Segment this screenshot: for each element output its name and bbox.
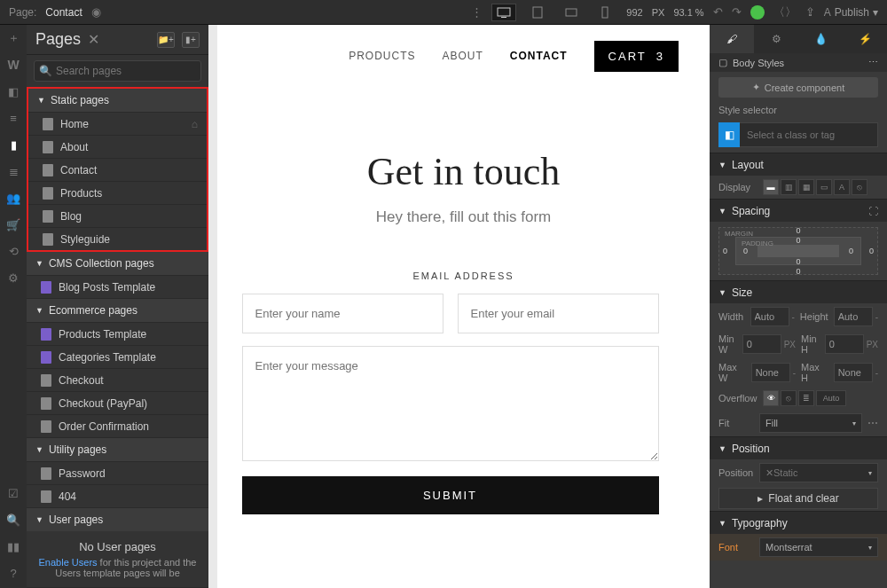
- ecommerce-icon[interactable]: 🛒: [5, 216, 21, 232]
- fit-more-icon[interactable]: ⋯: [867, 417, 878, 429]
- spacing-section-header[interactable]: ▼Spacing⛶: [710, 199, 887, 222]
- maxw-input[interactable]: [751, 363, 790, 382]
- interactions-tab-icon[interactable]: 💧: [798, 25, 843, 53]
- export-icon[interactable]: ⇪: [805, 5, 815, 19]
- message-field[interactable]: [242, 346, 659, 461]
- static-pages-header[interactable]: ▼Static pages: [28, 89, 207, 112]
- canvas[interactable]: PRODUCTS ABOUT CONTACT CART 3 Get in tou…: [208, 25, 710, 588]
- position-section-header[interactable]: ▼Position: [710, 436, 887, 459]
- page-item[interactable]: About: [28, 135, 207, 158]
- height-input[interactable]: [834, 307, 873, 326]
- maxh-input[interactable]: [834, 363, 873, 382]
- page-item[interactable]: Styleguide: [28, 227, 207, 250]
- undo-icon[interactable]: ↶: [713, 5, 723, 19]
- more-icon[interactable]: ⋯: [868, 57, 878, 68]
- selector-icon[interactable]: ◧: [718, 122, 740, 147]
- style-tab-icon[interactable]: 🖌: [710, 25, 754, 53]
- font-select[interactable]: Montserrat▾: [759, 537, 878, 557]
- device-mobile-icon[interactable]: [593, 4, 617, 21]
- settings-tab-icon[interactable]: ⚙: [754, 25, 798, 53]
- page-item[interactable]: Password: [27, 461, 208, 484]
- page-item[interactable]: Categories Template: [27, 345, 208, 368]
- create-component-button[interactable]: ✦ Create component: [718, 77, 878, 98]
- page-item[interactable]: Checkout: [27, 368, 208, 391]
- spacing-expand-icon[interactable]: ⛶: [868, 206, 878, 216]
- cart-button[interactable]: CART 3: [594, 41, 679, 72]
- spacing-editor[interactable]: MARGIN 0 0 0 0 PADDING 0 0 0 0: [718, 227, 878, 275]
- pages-icon[interactable]: ▮: [5, 137, 21, 153]
- search-input[interactable]: [34, 60, 201, 82]
- checkbox-icon[interactable]: ☑: [5, 485, 21, 501]
- nav-products[interactable]: PRODUCTS: [349, 50, 415, 62]
- new-page-button[interactable]: ▮+: [182, 32, 200, 48]
- help-icon[interactable]: ?: [5, 565, 21, 581]
- add-icon[interactable]: ＋: [5, 30, 21, 46]
- layout-section-header[interactable]: ▼Layout: [710, 153, 887, 176]
- page-item[interactable]: Checkout (PayPal): [27, 391, 208, 414]
- kebab-icon[interactable]: ⋮: [471, 5, 483, 19]
- float-clear-button[interactable]: ▸ Float and clear: [718, 488, 878, 509]
- position-select[interactable]: ✕ Static▾: [759, 463, 878, 482]
- cube-icon[interactable]: ◧: [5, 83, 21, 99]
- current-page-name[interactable]: Contact: [45, 6, 82, 19]
- overflow-visible-icon[interactable]: 👁: [763, 390, 779, 406]
- layers-icon[interactable]: ≡: [5, 110, 21, 126]
- device-desktop-icon[interactable]: [491, 4, 516, 21]
- new-folder-button[interactable]: 📁+: [157, 32, 175, 48]
- email-field[interactable]: [458, 294, 659, 333]
- minh-input[interactable]: [825, 334, 864, 354]
- users-icon[interactable]: 👥: [5, 190, 21, 206]
- ecom-pages-header[interactable]: ▼Ecommerce pages: [27, 299, 208, 322]
- assets-icon[interactable]: ⟲: [5, 243, 21, 259]
- nav-about[interactable]: ABOUT: [442, 50, 483, 62]
- page-item[interactable]: Products Template: [27, 322, 208, 345]
- video-icon[interactable]: ▮▮: [5, 538, 21, 554]
- minw-input[interactable]: [742, 334, 781, 354]
- close-icon[interactable]: ✕: [88, 31, 99, 48]
- display-inline-icon[interactable]: A: [834, 179, 850, 195]
- redo-icon[interactable]: ↷: [732, 5, 742, 19]
- name-field[interactable]: [242, 294, 444, 333]
- display-inline-block-icon[interactable]: ▭: [816, 179, 832, 195]
- eye-icon[interactable]: ◉: [91, 5, 101, 19]
- typography-section-header[interactable]: ▼Typography: [710, 511, 887, 534]
- user-pages-header[interactable]: ▼User pages: [27, 508, 208, 531]
- status-ok-icon[interactable]: [750, 5, 765, 20]
- publish-button[interactable]: APublish ▾: [824, 6, 878, 19]
- device-tablet-landscape-icon[interactable]: [559, 4, 584, 21]
- page-item[interactable]: Contact: [28, 158, 207, 181]
- overflow-auto-button[interactable]: Auto: [816, 390, 846, 406]
- search-icon[interactable]: 🔍: [5, 512, 21, 528]
- utility-pages-header[interactable]: ▼Utility pages: [27, 438, 208, 461]
- display-grid-icon[interactable]: ▦: [798, 179, 814, 195]
- display-flex-icon[interactable]: ▥: [781, 179, 797, 195]
- cms-icon[interactable]: ≣: [5, 163, 21, 179]
- size-section-header[interactable]: ▼Size: [710, 280, 887, 303]
- page-item[interactable]: 404: [27, 484, 208, 507]
- submit-button[interactable]: SUBMIT: [242, 476, 659, 514]
- w-logo-icon[interactable]: W: [5, 57, 21, 73]
- settings-icon[interactable]: ⚙: [5, 270, 21, 286]
- style-panel: 🖌 ⚙ 💧 ⚡ ▢Body Styles⋯ ✦ Create component…: [710, 25, 887, 588]
- page-item[interactable]: Home⌂: [28, 112, 207, 135]
- code-icon[interactable]: 〈〉: [773, 4, 797, 20]
- page-item[interactable]: Blog: [28, 204, 207, 227]
- page-item[interactable]: Order Confirmation: [27, 414, 208, 437]
- page-item[interactable]: Products: [28, 181, 207, 204]
- page-icon: [41, 351, 51, 364]
- selector-input[interactable]: [740, 122, 878, 147]
- width-input[interactable]: [750, 307, 789, 326]
- cms-pages-header[interactable]: ▼CMS Collection pages: [27, 252, 208, 275]
- page-item[interactable]: Blog Posts Template: [27, 275, 208, 298]
- page-icon: [43, 141, 53, 153]
- display-block-icon[interactable]: ▬: [763, 179, 779, 195]
- fit-select[interactable]: Fill▾: [759, 413, 862, 433]
- display-none-icon[interactable]: ⦸: [852, 179, 867, 195]
- device-tablet-icon[interactable]: [525, 4, 550, 21]
- enable-users-link[interactable]: Enable Users: [39, 557, 98, 568]
- nav-contact[interactable]: CONTACT: [510, 50, 568, 62]
- overflow-scroll-icon[interactable]: ≣: [798, 390, 814, 406]
- overflow-hidden-icon[interactable]: ⦸: [781, 390, 797, 406]
- page-icon: [41, 490, 51, 503]
- effects-tab-icon[interactable]: ⚡: [843, 25, 887, 53]
